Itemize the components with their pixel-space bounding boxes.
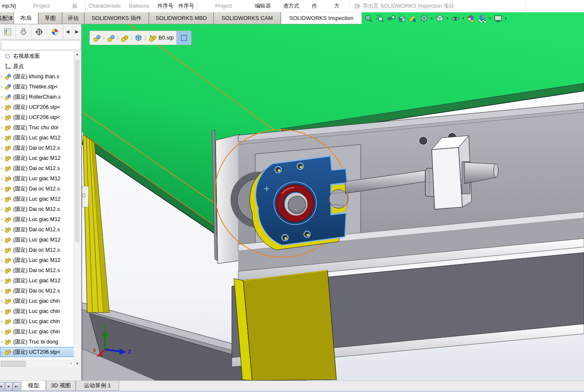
displaymanager-tab[interactable] bbox=[47, 25, 63, 39]
tree-item[interactable]: ▸(固定) Luc giac chin bbox=[0, 296, 75, 306]
menu-item[interactable]: 件序号 bbox=[157, 0, 174, 12]
expand-caret-icon[interactable]: ▸ bbox=[0, 299, 4, 303]
expand-caret-icon[interactable]: ▸ bbox=[0, 207, 4, 211]
commandmanager-tab-4[interactable]: 评估 bbox=[62, 12, 84, 24]
expand-caret-icon[interactable]: ▸ bbox=[0, 125, 4, 130]
bottom-tab-3[interactable]: 运动算例 1 bbox=[76, 381, 119, 391]
scrollbar-thumb[interactable] bbox=[75, 60, 80, 242]
expand-caret-icon[interactable]: ▸ bbox=[0, 330, 4, 334]
tree-item[interactable]: ▸(固定) Luc giac M12 bbox=[0, 255, 75, 265]
tree-item[interactable]: ▸(固定) Luc giac M12 bbox=[0, 276, 75, 286]
tree-item[interactable]: ▸(固定) Luc giac chin bbox=[0, 316, 75, 327]
tree-item[interactable]: ▸(固定) Dai oc M12.s bbox=[0, 286, 75, 296]
expand-caret-icon[interactable]: ▸ bbox=[0, 176, 4, 181]
graphics-viewport[interactable]: Y Z X bbox=[82, 12, 584, 381]
commandmanager-tab-7[interactable]: SOLIDWORKS CAM bbox=[214, 12, 281, 24]
expand-caret-icon[interactable]: ▸ bbox=[0, 309, 4, 313]
bottom-tab-2[interactable]: 3D 视图 bbox=[46, 381, 76, 391]
commandmanager-tab-2[interactable]: 布局 bbox=[14, 12, 38, 24]
tree-item[interactable]: ▸(固定) Dai oc M12.s bbox=[0, 163, 75, 173]
zoom-area-icon[interactable] bbox=[375, 14, 385, 23]
apply-scene-icon[interactable] bbox=[477, 14, 487, 23]
tree-item[interactable]: ▸(固定) Luc giac M12 bbox=[0, 153, 75, 163]
support-post[interactable] bbox=[234, 270, 336, 381]
section-view-icon[interactable] bbox=[397, 14, 407, 23]
dropdown-caret-icon[interactable]: ▼ bbox=[430, 17, 433, 20]
expand-caret-icon[interactable]: ▸ bbox=[0, 258, 4, 262]
commandmanager-tab-5[interactable]: SOLIDWORKS 插件 bbox=[84, 12, 149, 24]
expand-caret-icon[interactable]: ▸ bbox=[0, 115, 4, 119]
jump-to-start-button[interactable]: ◀ bbox=[0, 382, 5, 391]
tree-item[interactable]: ▸(固定) Dai oc M12.s bbox=[0, 245, 75, 255]
tree-item-selected[interactable]: ▸(固定) UCT206.stp< bbox=[0, 347, 75, 357]
tree-item[interactable]: ▸(固定) Luc giac M12 bbox=[0, 133, 75, 143]
expand-caret-icon[interactable]: ▸ bbox=[0, 95, 4, 99]
dropdown-caret-icon[interactable]: ▼ bbox=[504, 17, 507, 20]
expand-caret-icon[interactable]: ▸ bbox=[0, 217, 4, 222]
play-button[interactable]: ▶ bbox=[5, 382, 13, 391]
view-settings-icon[interactable] bbox=[493, 14, 503, 23]
expand-caret-icon[interactable]: ▸ bbox=[0, 238, 4, 242]
tree-item[interactable]: ▸(固定) Dai oc M12.s bbox=[0, 184, 75, 194]
display-style-icon[interactable] bbox=[435, 14, 444, 23]
tree-item[interactable]: ▸(固定) Luc giac chin bbox=[0, 306, 75, 316]
expand-caret-icon[interactable]: ▸ bbox=[0, 227, 4, 232]
annotations-icon[interactable]: A bbox=[408, 14, 418, 23]
expand-caret-icon[interactable]: ▸ bbox=[0, 136, 4, 140]
bearing-uct206[interactable] bbox=[250, 156, 348, 250]
hide-show-items-icon[interactable] bbox=[450, 14, 460, 23]
commandmanager-tab-8[interactable]: SOLIDWORKS Inspection bbox=[281, 12, 362, 24]
zoom-fit-icon[interactable] bbox=[364, 14, 373, 23]
menu-item[interactable]: 编辑器 bbox=[255, 0, 271, 12]
tree-item[interactable]: ▸(固定) Luc giac M12 bbox=[0, 173, 75, 184]
expand-caret-icon[interactable]: ▸ bbox=[0, 156, 4, 160]
propertymanager-tab[interactable] bbox=[16, 25, 31, 39]
tree-filter-box[interactable] bbox=[1, 40, 80, 50]
expand-caret-icon[interactable]: ▸ bbox=[0, 350, 4, 354]
tree-item[interactable]: ▸(固定) Luc giac chin bbox=[0, 327, 75, 337]
scroll-down-button[interactable]: ▼ bbox=[74, 361, 80, 367]
tree-item[interactable]: ▸(固定) RollerChain.s bbox=[0, 92, 75, 102]
scrollbar-thumb[interactable] bbox=[1, 361, 26, 367]
expand-caret-icon[interactable]: ▸ bbox=[0, 248, 4, 252]
tree-item[interactable]: ▸(固定) Dai oc M12.s bbox=[0, 224, 75, 235]
expand-caret-icon[interactable]: ▸ bbox=[0, 85, 4, 89]
breadcrumb-segment-4[interactable] bbox=[131, 31, 145, 45]
expand-caret-icon[interactable]: ▸ bbox=[0, 105, 4, 109]
menu-item[interactable]: 查方式 bbox=[283, 0, 299, 12]
tree-item[interactable]: ▸(固定) Dai oc M12.s bbox=[0, 265, 75, 276]
breadcrumb-segment-5[interactable]: B0.stp bbox=[145, 31, 177, 45]
tree-item[interactable]: 右视基准面 bbox=[0, 51, 75, 61]
tree-item[interactable]: ▸(固定) khung than.s bbox=[0, 71, 75, 82]
bottom-tab-1[interactable]: 模型 bbox=[21, 381, 46, 391]
tree-item[interactable]: ▸(固定) Luc giac M12 bbox=[0, 194, 75, 204]
tree-item[interactable]: ▸(固定) Thietke.stp< bbox=[0, 82, 75, 92]
jump-to-end-button[interactable]: ▶| bbox=[13, 382, 20, 391]
expand-caret-icon[interactable]: ▸ bbox=[0, 74, 4, 79]
panel-scroll-left-button[interactable]: ◀ bbox=[63, 25, 72, 39]
scroll-up-button[interactable]: ▲ bbox=[74, 51, 80, 57]
breadcrumb-segment-3[interactable] bbox=[117, 31, 131, 45]
expand-caret-icon[interactable]: ▸ bbox=[0, 340, 4, 344]
edit-appearance-icon[interactable] bbox=[466, 14, 476, 23]
breadcrumb-segment-1[interactable] bbox=[90, 31, 104, 45]
configurationmanager-tab[interactable] bbox=[31, 25, 47, 39]
expand-caret-icon[interactable]: ▸ bbox=[0, 166, 4, 170]
tree-item[interactable]: ▸(固定) UCF206.stp< bbox=[0, 102, 75, 112]
expand-caret-icon[interactable]: ▸ bbox=[0, 319, 4, 324]
view-orientation-icon[interactable] bbox=[419, 14, 429, 23]
menu-item[interactable]: mp;N) bbox=[2, 0, 16, 12]
dropdown-caret-icon[interactable]: ▼ bbox=[462, 17, 465, 20]
expand-caret-icon[interactable]: ▸ bbox=[0, 197, 4, 201]
dropdown-caret-icon[interactable]: ▼ bbox=[488, 17, 492, 20]
expand-caret-icon[interactable]: ▸ bbox=[0, 187, 4, 191]
tree-item[interactable]: ▸(固定) Truc chu dor bbox=[0, 122, 75, 133]
tree-item[interactable]: ▸(固定) Dai oc M12.s bbox=[0, 204, 75, 214]
dropdown-caret-icon[interactable]: ▼ bbox=[446, 17, 449, 20]
featuremanager-tab[interactable] bbox=[0, 25, 16, 39]
menu-item[interactable]: 件序号 bbox=[178, 0, 194, 12]
expand-caret-icon[interactable]: ▸ bbox=[0, 289, 4, 293]
tree-item[interactable]: ▸(固定) Dai oc M12.s bbox=[0, 143, 75, 153]
commandmanager-tab-3[interactable]: 草图 bbox=[38, 12, 62, 24]
tree-item[interactable]: ▸(固定) Truc bi dong bbox=[0, 337, 75, 347]
